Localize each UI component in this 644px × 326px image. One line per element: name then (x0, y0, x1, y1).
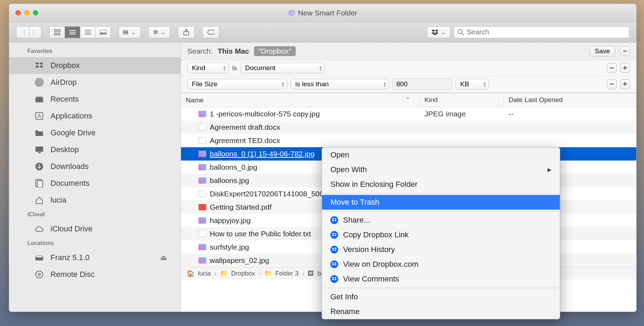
svg-point-36 (36, 271, 43, 278)
criteria-add-button[interactable]: + (620, 79, 630, 89)
criteria-value-input[interactable] (393, 79, 452, 90)
scope-dropbox[interactable]: "Dropbox" (254, 46, 295, 56)
tags-button[interactable] (202, 26, 219, 38)
file-pdf-icon (199, 204, 206, 210)
ctx-rename[interactable]: Rename (322, 304, 560, 319)
col-kind-header[interactable]: Kind (420, 93, 504, 107)
sort-arrow-icon: ⌃ (405, 96, 411, 104)
svg-point-22 (38, 81, 40, 83)
sidebar-item-label: Dropbox (51, 61, 80, 70)
criteria-remove-button[interactable]: − (607, 63, 617, 73)
file-doc-icon (199, 124, 206, 130)
save-button[interactable]: Save (590, 46, 615, 56)
gallery-view-button[interactable] (95, 26, 111, 38)
file-img-icon (199, 111, 206, 117)
arrange-button[interactable]: ⌄ (119, 26, 141, 38)
svg-rect-10 (100, 30, 106, 33)
svg-rect-13 (105, 34, 106, 35)
svg-rect-3 (58, 33, 60, 35)
scope-this-mac[interactable]: This Mac (217, 47, 249, 55)
path-segment[interactable]: Folder 3 (275, 270, 298, 277)
ctx-get-info[interactable]: Get Info (322, 290, 560, 304)
sidebar-item-airdrop[interactable]: AirDrop (9, 74, 181, 91)
ctx-open-with[interactable]: Open With (322, 162, 560, 177)
dropbox-icon (330, 246, 338, 253)
icon-view-button[interactable] (49, 26, 65, 38)
file-date: -- (504, 110, 636, 118)
file-row[interactable]: Agreement TED.docx (181, 134, 636, 147)
sidebar-section-header: iCloud (9, 209, 181, 220)
sidebar-item-desktop[interactable]: Desktop (9, 141, 181, 158)
search-input[interactable] (467, 28, 625, 36)
criteria-add-button[interactable]: + (620, 63, 630, 73)
remove-criteria-button[interactable]: − (620, 46, 630, 56)
criteria-value-select[interactable]: Document▴▾ (241, 63, 325, 73)
file-name: Agreement TED.docx (210, 136, 280, 145)
sidebar-item-google-drive[interactable]: Google Drive (9, 124, 181, 141)
sidebar-item-recents[interactable]: Recents (9, 91, 181, 108)
ctx-open[interactable]: Open (322, 148, 560, 162)
ctx-share-[interactable]: Share... (322, 213, 560, 227)
minimize-button[interactable] (24, 10, 29, 15)
gear-icon: ✲ (153, 28, 158, 36)
search-scope-bar: Search: This Mac "Dropbox" Save − (181, 42, 636, 60)
ctx-move-to-trash[interactable]: Move to Trash (322, 195, 560, 210)
sidebar-item-documents[interactable]: Documents (9, 175, 181, 192)
sidebar-item-label: Applications (51, 111, 92, 121)
smart-folder-icon (288, 10, 295, 16)
file-kind: JPEG image (420, 110, 504, 118)
sidebar-item-label: Recents (51, 95, 79, 104)
sidebar-item-icloud-drive[interactable]: iCloud Drive (9, 220, 181, 237)
dropbox-menu-button[interactable]: ⌄ (427, 26, 450, 38)
downloads-icon (34, 162, 44, 171)
home-icon (34, 195, 44, 205)
sidebar-item-applications[interactable]: AApplications (9, 108, 181, 124)
ctx-view-on-dropbox-com[interactable]: View on Dropbox.com (322, 257, 560, 272)
col-date-header[interactable]: Date Last Opened (504, 93, 636, 107)
list-view-button[interactable] (65, 26, 80, 38)
sidebar-item-remote-disc[interactable]: Remote Disc (9, 266, 181, 283)
criteria-field-select[interactable]: File Size▴▾ (187, 79, 287, 89)
close-button[interactable] (15, 10, 21, 15)
ctx-view-comments[interactable]: View Comments (322, 272, 560, 286)
svg-rect-26 (36, 96, 42, 97)
eject-icon[interactable]: ⏏ (160, 253, 167, 262)
back-button[interactable]: 〈 (16, 26, 29, 38)
path-icon: 🖼 (308, 270, 314, 277)
share-button[interactable] (178, 26, 195, 38)
svg-point-35 (35, 256, 43, 258)
sidebar-item-dropbox[interactable]: Dropbox (9, 57, 181, 74)
dropbox-icon (330, 275, 338, 283)
titlebar: New Smart Folder (9, 4, 636, 22)
file-img-icon (199, 244, 206, 250)
search-field[interactable] (454, 26, 629, 38)
path-segment[interactable]: Dropbox (231, 270, 255, 277)
path-segment[interactable]: lucia (198, 270, 211, 277)
col-name-header[interactable]: Name⌃ (181, 93, 420, 107)
cloud-icon (34, 224, 44, 234)
column-view-button[interactable] (80, 26, 95, 38)
dropbox-icon (330, 260, 338, 268)
toolbar: 〈 〉 ⌄ ✲⌄ ⌄ (9, 22, 636, 42)
file-row[interactable]: 1 -pericos-multicolor-575 copy.jpgJPEG i… (181, 107, 636, 121)
recents-icon (34, 94, 44, 104)
criteria-op-select[interactable]: is less than▴▾ (291, 79, 389, 89)
ctx-show-in-enclosing-folder[interactable]: Show in Enclosing Folder (322, 177, 560, 192)
file-name: balloons_0 (1) 15-49-06-782.jpg (210, 150, 315, 158)
forward-button[interactable]: 〉 (29, 26, 41, 38)
sidebar: FavoritesDropboxAirDropRecentsAApplicati… (9, 42, 181, 312)
context-menu: OpenOpen WithShow in Enclosing FolderMov… (322, 147, 560, 319)
zoom-button[interactable] (33, 10, 38, 15)
criteria-field-select[interactable]: Kind▴▾ (187, 63, 229, 73)
sidebar-item-downloads[interactable]: Downloads (9, 158, 181, 175)
ctx-version-history[interactable]: Version History (322, 242, 560, 257)
criteria-remove-button[interactable]: − (607, 79, 617, 89)
file-row[interactable]: Agreement draft.docx (181, 121, 636, 134)
sidebar-item-label: AirDrop (51, 78, 77, 87)
sidebar-item-franz-5.1.0[interactable]: Franz 5.1.0⏏ (9, 249, 181, 266)
criteria-unit-select[interactable]: KB▴▾ (456, 79, 489, 89)
file-name: balloons.jpg (210, 176, 249, 185)
ctx-copy-dropbox-link[interactable]: Copy Dropbox Link (322, 227, 560, 242)
action-button[interactable]: ✲⌄ (148, 26, 170, 38)
sidebar-item-lucia[interactable]: lucia (9, 192, 181, 209)
